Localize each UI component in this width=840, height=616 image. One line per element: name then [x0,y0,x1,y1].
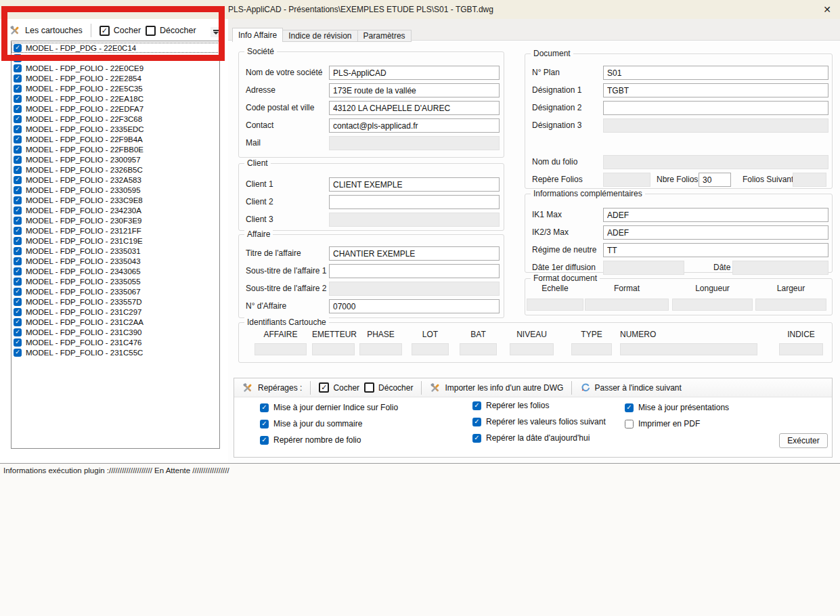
cartouche-item[interactable]: MODEL - FDP_FOLIO - 231C297 [12,307,219,317]
societe-nom-input[interactable] [329,66,500,80]
client2-input[interactable] [329,195,500,209]
tab-parametres[interactable]: Paramètres [358,30,412,42]
cartouche-item[interactable]: MODEL - FDP_FOLIO - 2343065 [12,266,219,276]
passer-indice-button[interactable]: Passer à l'indice suivant [580,382,681,393]
societe-mail-input[interactable] [329,136,500,150]
cartouche-item[interactable]: MODEL - FDP_FOLIO - 22FBB0E [12,144,219,154]
cartouche-item[interactable]: MODEL - FDP_FOLIO - 23121FF [12,225,219,236]
cartouche-item[interactable]: MODEL - FDP_FOLIO - 22F9B4A [12,134,219,144]
cartouche-item[interactable]: MODEL - FDP_FOLIO - 2335055 [12,276,219,286]
format-field-disabled[interactable] [585,299,669,311]
document-designation2-input[interactable] [603,101,828,115]
executer-button[interactable]: Exécuter [779,433,828,448]
cartouche-item[interactable]: MODEL - FDP_FOLIO - 231C19E [12,236,219,246]
document-foliossuivant-input[interactable] [793,173,826,187]
cartouche-item[interactable]: MODEL - FDP_FOLIO - 2326B5C [12,164,219,175]
affaire-soustitre1-input[interactable] [329,264,500,278]
reperages-option[interactable]: Mise à jour dernier Indice sur Folio [260,403,398,412]
decocher-all-checkbox[interactable]: Décocher [146,26,196,36]
cartouche-item[interactable]: MODEL - FDP_FOLIO - 22E5C35 [12,83,219,93]
reperages-option[interactable]: Mise à jour présentations [625,403,729,412]
groupbox-client: Client Client 1 Client 2 Client 3 [238,163,504,231]
reperages-cocher-checkbox[interactable]: Cocher [319,382,359,393]
toolbar-overflow-icon[interactable] [211,27,221,37]
cartouche-item[interactable]: MODEL - FDP_FOLIO - 230F3E9 [12,215,219,225]
document-nbrefolios-input[interactable] [699,173,731,187]
identifiant-field-disabled[interactable] [412,343,449,355]
ik1max-input[interactable] [603,208,828,222]
cocher-all-checkbox[interactable]: Cocher [100,26,141,36]
item-label: MODEL - FDP_FOLIO - 2300957 [26,156,141,164]
cartouches-list[interactable]: MODEL - FDP_PDG - 22E0C14MODEL - FDP_FOL… [11,41,220,449]
identifiant-field-disabled[interactable] [460,343,497,355]
client3-input[interactable] [329,213,500,227]
item-label: MODEL - FDP_FOLIO - 231C297 [26,308,142,316]
cartouche-item[interactable]: MODEL - FDP_FOLIO - 2330595 [12,185,219,195]
identifiant-field-disabled[interactable] [779,343,823,355]
reperages-option[interactable]: Repérer la dâte d'aujourd'hui [472,433,590,443]
reperages-option[interactable]: Repérer nombre de folio [260,435,361,445]
identifiant-column-label: NUMERO [620,330,757,339]
reperages-decocher-checkbox[interactable]: Décocher [364,382,413,393]
document-nomfolio-input[interactable] [603,155,828,169]
cartouche-item[interactable]: MODEL - FDP_FOLIO - 2335EDC [12,124,219,134]
document-designation1-input[interactable] [603,83,828,97]
identifiant-column-label: LOT [412,330,449,339]
regime-neutre-input[interactable] [603,243,828,257]
cartouche-item[interactable]: MODEL - FDP_FOLIO - 22E2854 [12,73,219,83]
document-nplan-input[interactable] [603,66,828,80]
cartouche-item[interactable]: MODEL - FDP_FOLIO - 2335031 [12,246,219,256]
cartouche-item[interactable]: MODEL - FDP_FOLIO - 22EA18C [12,93,219,104]
identifiant-field-disabled[interactable] [255,343,307,355]
item-label: MODEL - FDP_FOLIO - 233C9E8 [26,196,143,204]
tab-indice-revision[interactable]: Indice de révision [283,30,357,42]
cartouche-item[interactable]: MODEL - FDP_FOLIO - 231C390 [12,327,219,337]
identifiant-field-disabled[interactable] [312,343,355,355]
reperages-option[interactable]: Imprimer en PDF [625,419,700,428]
societe-contact-input[interactable] [329,118,500,133]
identifiant-field-disabled[interactable] [510,343,554,355]
plugin-window: PLS-AppliCAD - Présentations\EXEMPLES ET… [0,0,840,616]
cartouche-item[interactable]: MODEL - FDP_FOLIO - 22E0CE9 [12,63,219,73]
societe-adresse-input[interactable] [329,83,500,97]
tab-info-affaire[interactable]: Info Affaire [232,28,283,42]
cartouche-item[interactable]: MODEL - FDP_FOLIO - 234230A [12,205,219,215]
cartouche-item[interactable]: MODEL - FDP_FOLIO - 22EDFA7 [12,104,219,114]
identifiant-field-disabled[interactable] [620,343,757,355]
affaire-numero-input[interactable] [329,299,500,313]
cartouche-item[interactable]: MODEL - FDP_PDG - 22E0C14 [12,43,219,53]
reperages-panel: Repérages : Cocher Décocher [234,378,833,458]
format-field-disabled[interactable] [527,299,583,311]
date-diffusion-input[interactable] [603,261,684,275]
document-reperefolios-input[interactable] [603,173,650,187]
close-icon[interactable]: ✕ [820,3,835,16]
cartouche-item[interactable]: MODEL - FDP_FOLIO - 22F3C68 [12,114,219,124]
reperages-option[interactable]: Repérer les folios [472,401,549,410]
affaire-soustitre2-input[interactable] [329,282,500,296]
affaire-titre-input[interactable] [329,246,500,261]
cartouche-item[interactable]: MODEL - FDP_FOLIO - 2335067 [12,286,219,296]
societe-ville-input[interactable] [329,101,500,115]
cartouche-item[interactable]: MODEL - FDP_FOLIO - 233557D [12,296,219,307]
format-field-disabled[interactable] [755,299,826,311]
cartouche-item[interactable]: MODEL - FDP_FOLIO - 233C9E8 [12,195,219,205]
cartouche-item[interactable]: MODEL - FDP_FOLIO - 231C476 [12,337,219,347]
cartouche-item[interactable]: MODEL - FDP_FOLIO - 2335043 [12,256,219,266]
client1-input[interactable] [329,177,500,192]
document-designation3-input[interactable] [603,118,828,133]
ik23max-input[interactable] [603,225,828,240]
item-label: MODEL - FDP_FOLIO - 22FBB0E [26,146,143,154]
date-input[interactable] [732,261,828,275]
format-field-disabled[interactable] [672,299,753,311]
importer-dwg-button[interactable]: Importer les info d'un autre DWG [430,382,563,393]
cartouche-item[interactable]: MODEL - FDP_FOLIO - 231C55C [12,347,219,357]
reperages-option[interactable]: Mise à jour du sommaire [260,419,362,428]
cartouche-item[interactable] [12,53,219,63]
identifiant-field-disabled[interactable] [571,343,612,355]
reperages-option[interactable]: Repérer les valeurs folios suivant [472,417,606,426]
item-checkbox-icon [14,257,22,265]
cartouche-item[interactable]: MODEL - FDP_FOLIO - 2300957 [12,154,219,164]
cartouche-item[interactable]: MODEL - FDP_FOLIO - 232A583 [12,175,219,185]
identifiant-field-disabled[interactable] [359,343,402,355]
cartouche-item[interactable]: MODEL - FDP_FOLIO - 231C2AA [12,317,219,327]
